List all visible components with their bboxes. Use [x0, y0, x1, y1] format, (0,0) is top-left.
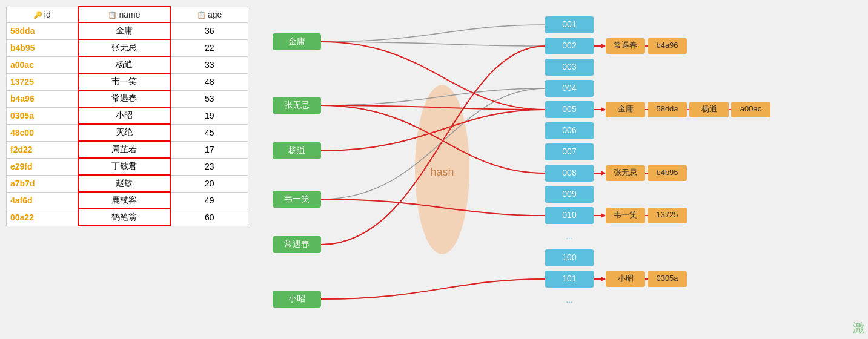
- cell-name: 灭绝: [78, 124, 171, 141]
- table-row: 00a22鹤笔翁60: [7, 209, 248, 226]
- cell-name: 金庸: [78, 22, 171, 39]
- cell-name: 丁敏君: [78, 158, 171, 175]
- cell-id: a00ac: [7, 56, 78, 73]
- diagram-svg: hash金庸张无忌杨逍韦一笑常遇春小昭001002003004005006007…: [254, 0, 868, 339]
- svg-text:常遇春: 常遇春: [284, 239, 310, 249]
- svg-text:010: 010: [562, 210, 577, 220]
- svg-text:韦一笑: 韦一笑: [614, 210, 637, 219]
- svg-text:004: 004: [562, 83, 577, 93]
- cell-age: 22: [170, 39, 248, 56]
- svg-text:金庸: 金庸: [618, 104, 634, 113]
- svg-text:杨逍: 杨逍: [701, 104, 717, 113]
- svg-text:常遇春: 常遇春: [614, 41, 637, 50]
- svg-text:001: 001: [562, 19, 577, 29]
- svg-text:008: 008: [562, 168, 577, 177]
- svg-marker-73: [601, 213, 606, 218]
- cell-age: 20: [170, 175, 248, 192]
- svg-text:007: 007: [562, 146, 577, 156]
- cell-name: 鹿杖客: [78, 192, 171, 209]
- data-table: 🔑id 📋name 📋age 58dda金庸36b4b95张无忌22a00ac杨…: [6, 6, 248, 226]
- svg-text:005: 005: [562, 104, 577, 114]
- svg-text:hash: hash: [430, 166, 454, 178]
- cell-age: 36: [170, 22, 248, 39]
- cell-age: 17: [170, 141, 248, 158]
- cell-name: 小昭: [78, 107, 171, 124]
- svg-text:101: 101: [562, 274, 577, 283]
- svg-text:b4a96: b4a96: [656, 41, 678, 50]
- svg-text:杨逍: 杨逍: [288, 145, 305, 155]
- svg-text:...: ...: [566, 295, 573, 304]
- cell-name: 张无忌: [78, 39, 171, 56]
- cell-id: 0305a: [7, 107, 78, 124]
- table-section: 🔑id 📋name 📋age 58dda金庸36b4b95张无忌22a00ac杨…: [0, 0, 254, 339]
- svg-text:韦一笑: 韦一笑: [284, 194, 310, 203]
- svg-text:13725: 13725: [656, 210, 678, 219]
- cell-id: 58dda: [7, 22, 78, 39]
- cell-name: 韦一笑: [78, 73, 171, 90]
- svg-text:002: 002: [562, 41, 577, 50]
- svg-text:006: 006: [562, 125, 577, 135]
- cell-id: b4a96: [7, 90, 78, 107]
- cell-age: 53: [170, 90, 248, 107]
- svg-text:0305a: 0305a: [656, 274, 678, 283]
- svg-text:张无忌: 张无忌: [284, 100, 310, 110]
- table-row: b4b95张无忌22: [7, 39, 248, 56]
- cell-age: 19: [170, 107, 248, 124]
- table-row: a00ac杨逍33: [7, 56, 248, 73]
- svg-text:...: ...: [566, 231, 573, 241]
- cell-name: 赵敏: [78, 175, 171, 192]
- col-header-id: 🔑id: [7, 7, 78, 22]
- cell-name: 周芷若: [78, 141, 171, 158]
- cell-name: 鹤笔翁: [78, 209, 171, 226]
- cell-age: 33: [170, 56, 248, 73]
- svg-marker-41: [601, 44, 606, 48]
- svg-text:小昭: 小昭: [288, 294, 305, 303]
- table-row: f2d22周芷若17: [7, 141, 248, 158]
- svg-text:b4b95: b4b95: [656, 168, 678, 177]
- svg-text:003: 003: [562, 62, 577, 71]
- svg-text:张无忌: 张无忌: [614, 168, 637, 177]
- svg-marker-49: [601, 107, 606, 112]
- table-row: 0305a小昭19: [7, 107, 248, 124]
- cell-id: 00a22: [7, 209, 78, 226]
- cell-id: a7b7d: [7, 175, 78, 192]
- table-row: 13725韦一笑48: [7, 73, 248, 90]
- watermark: 激: [853, 320, 865, 336]
- cell-age: 45: [170, 124, 248, 141]
- cell-id: f2d22: [7, 141, 78, 158]
- cell-name: 常遇春: [78, 90, 171, 107]
- svg-text:小昭: 小昭: [618, 274, 634, 283]
- cell-name: 杨逍: [78, 56, 171, 73]
- cell-id: 13725: [7, 73, 78, 90]
- cell-id: 4af6d: [7, 192, 78, 209]
- table-row: 4af6d鹿杖客49: [7, 192, 248, 209]
- cell-age: 23: [170, 158, 248, 175]
- table-row: 48c00灭绝45: [7, 124, 248, 141]
- cell-id: b4b95: [7, 39, 78, 56]
- table-row: 58dda金庸36: [7, 22, 248, 39]
- age-icon: 📋: [197, 11, 206, 19]
- table-row: e29fd丁敏君23: [7, 158, 248, 175]
- cell-id: e29fd: [7, 158, 78, 175]
- svg-text:金庸: 金庸: [288, 36, 305, 46]
- svg-marker-65: [601, 171, 606, 176]
- table-row: a7b7d赵敏20: [7, 175, 248, 192]
- svg-text:009: 009: [562, 189, 577, 199]
- svg-text:a00ac: a00ac: [740, 104, 762, 113]
- cell-age: 48: [170, 73, 248, 90]
- name-icon: 📋: [108, 11, 117, 19]
- table-row: b4a96常遇春53: [7, 90, 248, 107]
- col-header-age: 📋age: [170, 7, 248, 22]
- svg-marker-81: [601, 277, 606, 281]
- col-header-name: 📋name: [78, 7, 171, 22]
- svg-text:58dda: 58dda: [656, 104, 678, 113]
- id-icon: 🔑: [33, 11, 42, 19]
- svg-text:100: 100: [562, 252, 577, 262]
- cell-age: 49: [170, 192, 248, 209]
- diagram-section: hash金庸张无忌杨逍韦一笑常遇春小昭001002003004005006007…: [254, 0, 868, 339]
- cell-age: 60: [170, 209, 248, 226]
- cell-id: 48c00: [7, 124, 78, 141]
